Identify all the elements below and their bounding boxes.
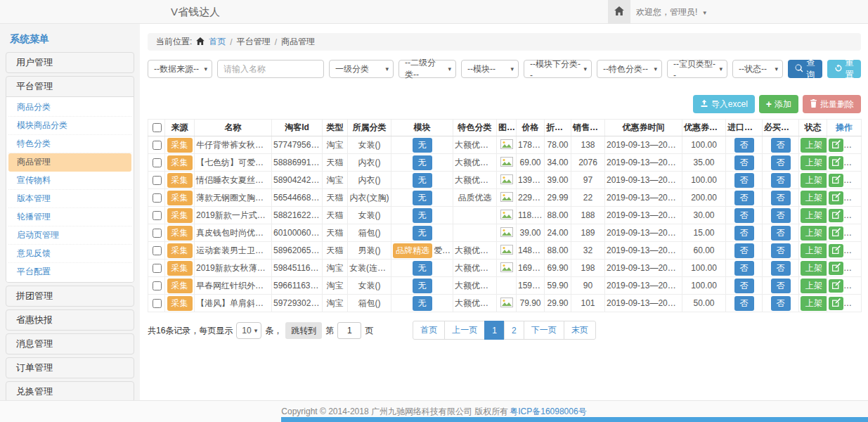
row-checkbox[interactable]: [153, 193, 162, 203]
import-select-badge[interactable]: 否: [734, 191, 754, 205]
category-level1-select[interactable]: 一级分类▾: [329, 60, 394, 78]
status-badge[interactable]: 上架: [801, 279, 827, 293]
sales-count: 198: [571, 260, 605, 277]
edit-button[interactable]: [829, 156, 843, 170]
row-checkbox[interactable]: [153, 299, 162, 308]
edit-button[interactable]: [829, 297, 843, 310]
edit-button[interactable]: [829, 209, 843, 222]
sidebar-item-group-buy-management[interactable]: 拼团管理: [6, 286, 134, 306]
category-level2-select[interactable]: --二级分类--▾: [399, 60, 456, 78]
row-checkbox[interactable]: [153, 211, 162, 220]
status-badge[interactable]: 上架: [801, 191, 827, 205]
must-buy-badge[interactable]: 否: [771, 138, 791, 153]
row-checkbox[interactable]: [153, 176, 162, 185]
edit-button[interactable]: [829, 279, 843, 293]
sidebar-item-exchange-management[interactable]: 兑换管理: [6, 382, 134, 402]
import-select-badge[interactable]: 否: [734, 138, 754, 153]
edit-button[interactable]: [829, 191, 843, 205]
jump-button[interactable]: 跳转到: [285, 322, 322, 339]
sidebar-subitem-promo-material[interactable]: 宣传物料: [8, 172, 131, 190]
sidebar-item-platform-management[interactable]: 平台管理: [6, 77, 134, 96]
import-select-badge[interactable]: 否: [734, 279, 754, 293]
must-buy-badge[interactable]: 否: [771, 243, 791, 258]
reset-button[interactable]: 重置: [827, 60, 862, 78]
name-input[interactable]: [217, 60, 324, 78]
must-buy-badge[interactable]: 否: [771, 173, 791, 188]
import-select-badge[interactable]: 否: [734, 173, 754, 188]
status-badge[interactable]: 上架: [801, 226, 827, 241]
product-image-icon: [500, 212, 513, 222]
add-button[interactable]: + 添加: [759, 95, 798, 113]
must-buy-badge[interactable]: 否: [771, 279, 791, 293]
data-source-select[interactable]: --数据来源--▾: [148, 60, 212, 78]
must-buy-badge[interactable]: 否: [771, 261, 791, 276]
jump-page-input[interactable]: [337, 322, 361, 339]
row-checkbox[interactable]: [153, 141, 162, 150]
edit-icon: [832, 298, 841, 309]
page-button-2[interactable]: 1: [484, 321, 505, 340]
feature-category: [453, 224, 497, 242]
sidebar-item-order-management[interactable]: 订单管理: [6, 358, 134, 378]
status-badge[interactable]: 上架: [801, 243, 827, 258]
sidebar-subitem-splash-page-management[interactable]: 启动页管理: [8, 226, 131, 245]
edit-button[interactable]: [829, 262, 843, 275]
module-select[interactable]: --模块--▾: [461, 60, 519, 78]
sidebar-item-message-management[interactable]: 消息管理: [6, 334, 134, 354]
sidebar-item-savings-express[interactable]: 省惠快报: [6, 310, 134, 330]
page-button-5[interactable]: 末页: [564, 321, 596, 340]
edit-button[interactable]: [829, 139, 843, 152]
status-badge[interactable]: 上架: [801, 155, 827, 170]
must-buy-badge[interactable]: 否: [771, 191, 791, 205]
row-checkbox[interactable]: [153, 264, 162, 273]
sidebar-subitem-product-category[interactable]: 商品分类: [8, 98, 131, 117]
select-all-checkbox[interactable]: [153, 123, 162, 132]
edit-button[interactable]: [829, 226, 843, 240]
import-select-badge[interactable]: 否: [734, 296, 754, 311]
row-checkbox[interactable]: [153, 158, 162, 167]
import-select-badge[interactable]: 否: [734, 155, 754, 170]
sidebar-subitem-feedback[interactable]: 意见反馈: [8, 245, 131, 263]
import-select-badge[interactable]: 否: [734, 226, 754, 241]
page-button-0[interactable]: 首页: [413, 321, 445, 340]
status-select[interactable]: --状态--▾: [732, 60, 783, 78]
sidebar-item-user-management[interactable]: 用户管理: [6, 53, 134, 72]
sidebar-subitem-feature-category[interactable]: 特色分类: [8, 135, 131, 153]
row-checkbox[interactable]: [153, 246, 162, 255]
breadcrumb-home-link[interactable]: 首页: [209, 36, 226, 48]
sidebar-subitem-version-management[interactable]: 版本管理: [8, 190, 131, 208]
sidebar-subitem-platform-config[interactable]: 平台配置: [8, 263, 131, 281]
module-subcategory-select[interactable]: --模块下分类--▾: [524, 60, 592, 78]
batch-delete-button[interactable]: 批量删除: [803, 95, 861, 113]
status-badge[interactable]: 上架: [801, 296, 827, 311]
must-buy-badge[interactable]: 否: [771, 296, 791, 311]
must-buy-badge[interactable]: 否: [771, 226, 791, 241]
row-checkbox[interactable]: [153, 229, 162, 238]
status-badge[interactable]: 上架: [801, 173, 827, 188]
status-badge[interactable]: 上架: [801, 208, 827, 223]
item-type-select[interactable]: --宝贝类型--▾: [667, 60, 727, 78]
search-button[interactable]: 查询: [788, 60, 822, 78]
icp-link[interactable]: 粤ICP备16098006号: [510, 406, 586, 418]
edit-button[interactable]: [829, 174, 843, 187]
import-excel-button[interactable]: 导入excel: [693, 95, 755, 113]
import-select-badge[interactable]: 否: [734, 243, 754, 258]
sidebar-subitem-carousel-management[interactable]: 轮播管理: [8, 208, 131, 226]
status-badge[interactable]: 上架: [801, 261, 827, 276]
import-select-badge[interactable]: 否: [734, 208, 754, 223]
page-button-4[interactable]: 下一页: [524, 321, 564, 340]
must-buy-badge[interactable]: 否: [771, 155, 791, 170]
sidebar-subitem-product-management[interactable]: 商品管理: [8, 153, 131, 172]
page-button-3[interactable]: 2: [504, 321, 524, 340]
status-badge[interactable]: 上架: [801, 138, 827, 153]
feature-category-select[interactable]: --特色分类--▾: [597, 60, 662, 78]
must-buy-badge[interactable]: 否: [771, 208, 791, 223]
row-checkbox[interactable]: [153, 281, 162, 290]
page-button-1[interactable]: 上一页: [444, 321, 485, 340]
edit-button[interactable]: [829, 244, 843, 257]
sidebar-subitem-module-product-category[interactable]: 模块商品分类: [8, 117, 131, 135]
user-menu[interactable]: 欢迎您，管理员! ▼: [636, 0, 708, 25]
import-select-badge[interactable]: 否: [734, 261, 754, 276]
home-button[interactable]: [608, 0, 630, 23]
per-page-select[interactable]: 10 ▾: [236, 322, 261, 339]
column-header-taoke_id: 淘客Id: [272, 120, 323, 136]
